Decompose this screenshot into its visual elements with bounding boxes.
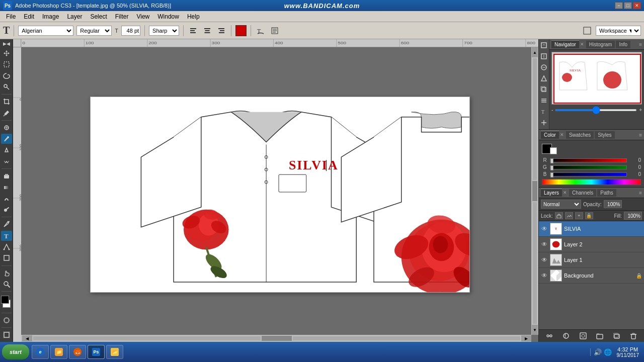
layer-vis-2[interactable]: 👁 [541, 241, 548, 248]
layer-vis-1[interactable]: 👁 [541, 256, 548, 263]
delete-layer-btn[interactable] [629, 331, 638, 340]
menu-layer[interactable]: Layer [63, 12, 86, 21]
taskbar-item-photoshop[interactable]: Ps [88, 345, 105, 359]
shape-tool[interactable] [1, 253, 12, 263]
antialias-select[interactable]: Sharp [149, 26, 179, 36]
main-canvas[interactable]: SILVIA [90, 97, 470, 293]
menu-filter[interactable]: Filter [111, 12, 133, 21]
tab-info[interactable]: Info [616, 41, 630, 48]
right-icon-5[interactable] [539, 84, 549, 95]
history-brush-tool[interactable] [1, 156, 12, 166]
clone-stamp-tool[interactable] [1, 145, 12, 155]
align-left-button[interactable] [188, 25, 199, 36]
blur-tool[interactable] [1, 194, 12, 204]
eyedropper-tool[interactable] [1, 108, 12, 118]
tab-navigator-close[interactable]: ✕ [580, 42, 584, 47]
blend-mode-select[interactable]: Normal Multiply Screen [541, 200, 581, 209]
horizontal-scrollbar[interactable]: ◀ ▶ [21, 335, 531, 342]
tab-color[interactable]: Color [541, 131, 559, 139]
paragraph-button[interactable] [269, 25, 280, 36]
panel-collapse-nav[interactable]: ≡ [639, 42, 642, 47]
close-button[interactable]: ✕ [633, 2, 641, 9]
color-spectrum[interactable] [542, 179, 641, 185]
tool-toggle[interactable]: ▶◀ [3, 41, 10, 46]
layer-vis-bg[interactable]: 👁 [541, 272, 548, 279]
tab-paths[interactable]: Paths [597, 189, 616, 197]
pen-tool[interactable] [1, 219, 12, 229]
align-right-button[interactable] [216, 25, 227, 36]
add-mask-btn[interactable] [579, 331, 588, 340]
new-group-btn[interactable] [595, 331, 604, 340]
tab-styles[interactable]: Styles [595, 131, 614, 139]
canvas-rotation-button[interactable] [582, 25, 593, 36]
layer-vis-silvia[interactable]: 👁 [541, 225, 548, 232]
taskbar-item-explorer[interactable]: 📁 [50, 345, 67, 359]
align-center-button[interactable] [202, 25, 213, 36]
text-color-swatch[interactable] [235, 25, 247, 36]
tab-layers-close[interactable]: ✕ [563, 190, 567, 195]
fill-input[interactable] [624, 212, 642, 220]
eraser-tool[interactable] [1, 171, 12, 181]
screen-mode[interactable] [1, 330, 12, 340]
menu-window[interactable]: Window [153, 12, 183, 21]
add-style-btn[interactable]: f [561, 331, 571, 340]
path-select-tool[interactable] [1, 242, 12, 252]
right-icon-2[interactable] [539, 51, 549, 61]
opacity-input[interactable] [604, 200, 622, 208]
tab-swatches[interactable]: Swatches [566, 131, 594, 139]
menu-view[interactable]: View [132, 12, 153, 21]
foreground-color-swatch[interactable] [1, 296, 9, 304]
right-icon-1[interactable] [539, 40, 549, 50]
right-icon-3[interactable] [539, 62, 549, 72]
layer-item-2[interactable]: 👁 Layer 2 [539, 237, 644, 252]
panel-collapse-layers[interactable]: ≡ [639, 190, 642, 196]
right-icon-6[interactable] [539, 96, 549, 106]
menu-help[interactable]: Help [183, 12, 204, 21]
restore-button[interactable]: □ [624, 2, 632, 9]
layer-item-silvia[interactable]: 👁 T SILVIA [539, 221, 644, 237]
right-icon-4[interactable] [539, 73, 549, 83]
font-size-input[interactable] [121, 26, 140, 36]
taskbar-item-ie[interactable]: e [32, 345, 49, 359]
gradient-tool[interactable] [1, 182, 12, 192]
vertical-scrollbar[interactable]: ▲ ▼ [531, 47, 538, 335]
crop-tool[interactable] [1, 97, 12, 107]
lock-image-btn[interactable] [565, 212, 573, 219]
tab-histogram[interactable]: Histogram [586, 41, 615, 48]
panel-collapse-color[interactable]: ≡ [639, 132, 642, 138]
hand-tool[interactable] [1, 268, 12, 278]
tab-layers[interactable]: Layers [541, 189, 562, 197]
scroll-thumb-v[interactable] [532, 181, 537, 201]
scroll-thumb-h[interactable] [262, 336, 292, 341]
menu-image[interactable]: Image [38, 12, 63, 21]
workspace-select[interactable]: Workspace ▼ [596, 26, 641, 36]
zoom-slider[interactable] [555, 109, 637, 111]
right-icon-8[interactable] [539, 118, 549, 128]
new-layer-btn[interactable] [612, 331, 621, 340]
layer-item-bg[interactable]: 👁 Background 🔒 [539, 268, 644, 284]
tab-channels[interactable]: Channels [569, 189, 596, 197]
zoom-out-icon[interactable]: - [551, 107, 553, 113]
zoom-in-icon[interactable]: + [639, 107, 642, 113]
g-slider[interactable] [550, 165, 627, 169]
text-tool[interactable]: T [1, 231, 12, 241]
lock-position-btn[interactable]: + [575, 212, 583, 219]
zoom-tool[interactable] [1, 279, 12, 289]
taskbar-item-folder[interactable]: 📂 [106, 345, 123, 359]
menu-select[interactable]: Select [86, 12, 111, 21]
move-tool[interactable] [1, 48, 12, 58]
lasso-tool[interactable] [1, 71, 12, 81]
r-slider[interactable] [550, 158, 627, 162]
menu-file[interactable]: File [2, 12, 20, 21]
dodge-tool[interactable] [1, 205, 12, 215]
tab-color-close[interactable]: ✕ [560, 132, 564, 137]
quick-mask-mode[interactable] [1, 315, 12, 325]
minimize-button[interactable]: − [615, 2, 623, 9]
font-style-select[interactable]: Regular [76, 26, 112, 36]
tab-navigator[interactable]: Navigator [551, 40, 579, 48]
menu-edit[interactable]: Edit [20, 12, 38, 21]
taskbar-item-firefox[interactable]: 🦊 [69, 345, 86, 359]
healing-brush-tool[interactable] [1, 123, 12, 133]
font-family-select[interactable]: Algerian [18, 26, 73, 36]
marquee-tool[interactable] [1, 59, 12, 69]
